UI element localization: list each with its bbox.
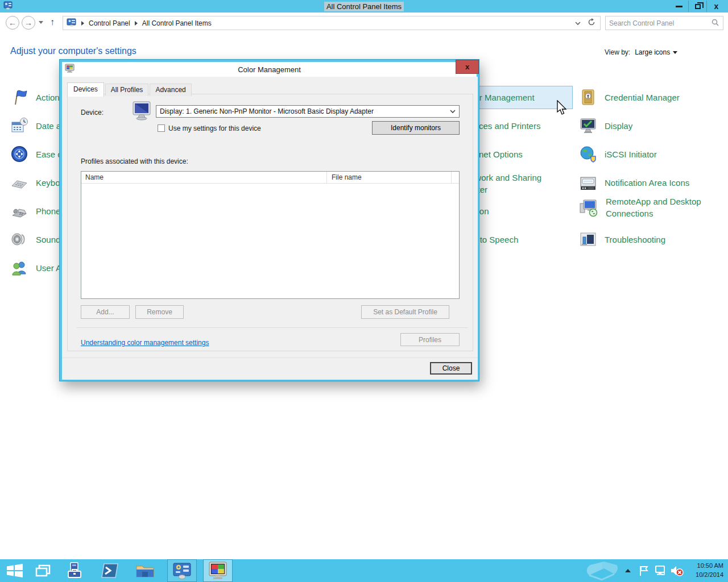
chevron-down-icon — [673, 51, 677, 54]
restore-button[interactable] — [688, 1, 707, 12]
cp-item-label[interactable]: Display — [605, 121, 632, 131]
forward-button[interactable]: → — [22, 16, 35, 30]
cp-item-label[interactable]: Troubleshooting — [605, 235, 665, 244]
dialog-close-button[interactable]: x — [456, 60, 479, 74]
folder-icon — [135, 563, 155, 579]
profiles-list[interactable]: Name File name — [81, 171, 460, 299]
remove-button[interactable]: Remove — [135, 305, 184, 319]
refresh-icon[interactable] — [588, 18, 595, 28]
cp-item-iscsi[interactable]: iSCSI Initiator — [579, 145, 657, 163]
color-management-dialog: Color Management x Devices All Profiles … — [59, 59, 479, 381]
cp-item-label[interactable]: Sound — [36, 235, 60, 244]
cp-item-remoteapp[interactable]: RemoteApp and Desktop Connections — [579, 196, 703, 219]
close-icon: x — [714, 2, 719, 10]
calendar-clock-icon — [10, 117, 28, 135]
view-by-dropdown[interactable]: Large icons — [635, 48, 677, 56]
windows-logo-icon — [6, 563, 23, 578]
control-panel-icon — [172, 562, 192, 579]
watermark-book-icon — [585, 560, 620, 581]
cp-item-notification-area[interactable]: Notification Area Icons — [579, 173, 689, 192]
close-button[interactable]: x — [707, 1, 726, 12]
ease-of-access-icon — [10, 145, 28, 163]
profiles-button[interactable]: Profiles — [400, 333, 460, 346]
device-select[interactable]: Display: 1. Generic Non-PnP Monitor - Mi… — [156, 105, 460, 118]
tray-expand-button[interactable] — [622, 559, 634, 582]
navigation-bar: ← → ↑ Control Panel All Control Panel It… — [0, 13, 728, 32]
minimize-button[interactable] — [669, 1, 688, 12]
column-file-name[interactable]: File name — [327, 172, 452, 183]
tray-speaker-muted-icon — [670, 565, 684, 576]
start-button[interactable] — [3, 559, 26, 582]
cp-item-label[interactable]: iSCSI Initiator — [605, 149, 657, 159]
close-icon: x — [465, 63, 469, 71]
understanding-color-management-link[interactable]: Understanding color management settings — [81, 339, 209, 347]
server-manager-icon — [65, 562, 86, 579]
color-management-taskbar-icon — [208, 562, 228, 580]
breadcrumb-control-panel[interactable]: Control Panel — [89, 19, 130, 27]
network-tray-icon[interactable] — [653, 559, 668, 582]
back-button[interactable]: ← — [6, 16, 19, 30]
chevron-down-icon — [450, 108, 456, 115]
dialog-body: Devices All Profiles Advanced Device: Di… — [62, 77, 478, 380]
recent-pages-dropdown[interactable] — [39, 21, 43, 24]
restore-icon — [695, 4, 701, 9]
tab-devices[interactable]: Devices — [67, 82, 104, 97]
server-manager-button[interactable] — [64, 559, 88, 582]
column-name[interactable]: Name — [81, 172, 327, 183]
cp-item-label[interactable]: Notification Area Icons — [605, 178, 689, 188]
use-my-settings-label: Use my settings for this device — [168, 124, 261, 132]
tab-all-profiles[interactable]: All Profiles — [105, 84, 149, 96]
dialog-titlebar: Color Management — [62, 62, 477, 77]
add-button[interactable]: Add... — [81, 305, 130, 319]
use-my-settings-checkbox[interactable] — [158, 124, 165, 132]
divider — [77, 327, 468, 328]
flag-icon — [10, 88, 28, 106]
set-default-profile-button[interactable]: Set as Default Profile — [361, 305, 449, 319]
remoteapp-icon — [579, 198, 598, 217]
breadcrumb[interactable]: Control Panel All Control Panel Items — [63, 16, 601, 30]
dialog-title: Color Management — [62, 65, 477, 74]
previous-locations-icon[interactable] — [575, 19, 581, 27]
device-label: Device: — [81, 109, 104, 117]
identify-monitors-button[interactable]: Identify monitors — [372, 121, 460, 135]
profiles-caption: Profiles associated with this device: — [81, 157, 188, 165]
tray-clock[interactable]: 10:50 AM 10/2/2014 — [696, 561, 723, 579]
color-management-taskbar-button[interactable] — [203, 559, 233, 582]
iscsi-icon — [579, 145, 597, 163]
breadcrumb-separator-icon — [135, 21, 138, 26]
view-by-value: Large icons — [635, 48, 670, 56]
window-title: All Control Panel Items — [324, 2, 404, 11]
volume-tray-icon[interactable] — [669, 559, 685, 582]
search-box[interactable] — [605, 16, 723, 30]
users-icon — [10, 259, 28, 277]
cp-item-sound[interactable]: Sound — [10, 230, 60, 248]
cp-item-troubleshooting[interactable]: Troubleshooting — [579, 230, 665, 248]
up-button[interactable]: ↑ — [50, 17, 55, 27]
cp-item-label[interactable]: RemoteApp and Desktop Connections — [606, 196, 703, 219]
desktop-button[interactable] — [32, 559, 55, 582]
cp-item-credential-manager[interactable]: Credential Manager — [579, 88, 680, 106]
minimize-icon — [676, 6, 682, 7]
speaker-icon — [10, 230, 28, 248]
search-input[interactable] — [606, 19, 712, 27]
window-stack-icon — [35, 564, 51, 577]
breadcrumb-all-items[interactable]: All Control Panel Items — [142, 19, 212, 27]
cp-item-label[interactable]: Credential Manager — [605, 93, 680, 102]
profiles-list-header: Name File name — [81, 172, 459, 184]
tab-advanced[interactable]: Advanced — [150, 84, 191, 96]
powershell-button[interactable] — [98, 559, 122, 582]
taskbar: The Collection Book 10:50 AM 10/2/2014 — [0, 559, 728, 582]
phone-icon — [10, 202, 28, 220]
display-icon — [579, 117, 597, 135]
page-title: Adjust your computer's settings — [10, 46, 136, 56]
control-panel-taskbar-button[interactable] — [167, 559, 197, 582]
file-explorer-button[interactable] — [133, 559, 157, 582]
action-center-tray-icon[interactable] — [637, 559, 651, 582]
tray-network-icon — [654, 565, 667, 576]
footer-divider — [62, 357, 478, 358]
credential-manager-icon — [579, 88, 597, 106]
cp-item-display[interactable]: Display — [579, 117, 632, 135]
close-dialog-button[interactable]: Close — [430, 362, 472, 375]
search-icon[interactable] — [712, 18, 723, 28]
breadcrumb-separator-icon — [81, 21, 84, 26]
